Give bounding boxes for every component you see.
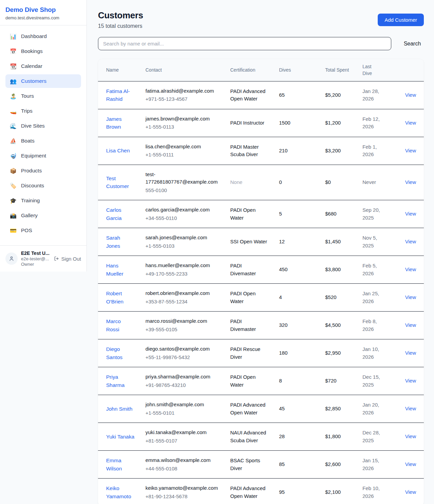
sidebar-item-trips[interactable]: 🚤 Trips [5,104,81,118]
customer-email: test-1772681807767@example.com [145,171,219,186]
customer-email: hans.mueller@example.com [145,262,219,269]
boats-icon: ⛵ [9,138,17,144]
customer-last-dive: Nov 5, 2025 [362,235,377,248]
view-link[interactable]: View [405,461,416,467]
table-row: Fatima Al-Rashid fatima.alrashid@example… [98,81,424,109]
table-row: John Smith john.smith@example.com +1-555… [98,395,424,423]
customer-total-spent: $2,950 [325,350,341,356]
table-body: Fatima Al-Rashid fatima.alrashid@example… [98,81,424,504]
view-link[interactable]: View [405,406,416,411]
view-link[interactable]: View [405,266,416,272]
customer-name-link[interactable]: Sarah Jones [106,235,120,249]
view-link[interactable]: View [405,148,416,153]
table-row: Lisa Chen lisa.chen@example.com +1-555-0… [98,137,424,165]
sidebar-item-dive-sites[interactable]: 🌊 Dive Sites [5,119,81,133]
customer-certification: PADI Rescue Diver [230,346,260,360]
sidebar-item-tours[interactable]: 🏝️ Tours [5,89,81,103]
view-link[interactable]: View [405,322,416,328]
sidebar-item-label: Customers [21,78,46,84]
customer-name-link[interactable]: Emma Wilson [106,458,122,471]
page-subtitle: 15 total customers [98,23,143,29]
sidebar-item-boats[interactable]: ⛵ Boats [5,134,81,148]
view-link[interactable]: View [405,350,416,356]
customer-name-link[interactable]: Hans Mueller [106,263,123,277]
customer-email: carlos.garcia@example.com [145,206,219,214]
view-link[interactable]: View [405,92,416,98]
sidebar-user-section: E2E Test U... e2e-tester@... Owner Sign … [0,245,86,272]
customer-last-dive: Jan 28, 2026 [362,88,379,102]
equipment-icon: 🤿 [9,153,17,159]
customer-dives: 0 [279,179,282,185]
sidebar-item-label: Products [21,168,42,174]
add-customer-button[interactable]: Add Customer [378,14,424,26]
customer-phone: +81-90-1234-5678 [145,493,219,501]
customer-dives: 180 [279,350,288,356]
sidebar-item-bookings[interactable]: 📅 Bookings [5,44,81,58]
column-header-dives: Dives [274,59,320,81]
customer-name-link[interactable]: Keiko Yamamoto [106,485,131,499]
search-input[interactable] [98,37,391,50]
customer-name-link[interactable]: Diego Santos [106,346,122,360]
search-button[interactable]: Search [401,38,424,50]
view-link[interactable]: View [405,179,416,185]
table-row: Test Customer test-1772681807767@example… [98,165,424,200]
trips-icon: 🚤 [9,108,17,114]
table-header: NameContactCertificationDivesTotal Spent… [98,59,424,81]
sidebar-item-label: Calendar [21,63,42,69]
customer-name-link[interactable]: John Smith [106,406,133,412]
view-link[interactable]: View [405,378,416,384]
sidebar-item-training[interactable]: 🎓 Training [5,194,81,207]
sidebar-item-equipment[interactable]: 🤿 Equipment [5,149,81,163]
view-link[interactable]: View [405,211,416,217]
sidebar-item-pos[interactable]: 💳 POS [5,224,81,237]
sidebar-item-discounts[interactable]: 🏷️ Discounts [5,179,81,192]
customer-total-spent: $2,850 [325,406,341,411]
table-row: Sarah Jones sarah.jones@example.com +1-5… [98,228,424,256]
products-icon: 📦 [9,168,17,174]
customer-name-link[interactable]: Test Customer [106,175,129,189]
view-link[interactable]: View [405,433,416,439]
tours-icon: 🏝️ [9,93,17,99]
customer-total-spent: $520 [325,294,336,300]
table-row: Robert O'Brien robert.obrien@example.com… [98,284,424,312]
customer-email: keiko.yamamoto@example.com [145,484,219,492]
view-link[interactable]: View [405,239,416,244]
view-link[interactable]: View [405,489,416,495]
page-header-text: Customers 15 total customers [98,10,143,29]
shop-domain: demo.test.divestreams.com [5,15,81,20]
customer-name-link[interactable]: James Brown [106,116,122,130]
customer-phone: 555-0100 [145,187,219,194]
sidebar-item-dashboard[interactable]: 📊 Dashboard [5,30,81,43]
customer-certification: NAUI Advanced Scuba Diver [230,430,266,443]
column-header-certification: Certification [225,59,274,81]
person-icon [8,256,15,262]
customer-name-link[interactable]: Lisa Chen [106,148,130,153]
sidebar-item-gallery[interactable]: 📸 Gallery [5,209,81,222]
customer-phone: +91-98765-43210 [145,381,219,389]
customer-phone: +81-555-0107 [145,437,219,445]
calendar-icon: 📆 [9,63,17,70]
customer-name-link[interactable]: Yuki Tanaka [106,434,134,440]
sidebar-item-products[interactable]: 📦 Products [5,164,81,178]
customer-email: robert.obrien@example.com [145,290,219,297]
customer-name-link[interactable]: Fatima Al-Rashid [106,88,130,102]
view-link[interactable]: View [405,120,416,126]
customer-name-link[interactable]: Carlos Garcia [106,207,122,221]
sidebar-item-label: Bookings [21,48,43,54]
customer-name-link[interactable]: Priya Sharma [106,374,124,388]
view-link[interactable]: View [405,294,416,300]
customer-dives: 4 [279,294,282,300]
sidebar-item-calendar[interactable]: 📆 Calendar [5,59,81,73]
sidebar-item-label: Discounts [21,183,44,189]
sign-out-button[interactable]: Sign Out [54,256,81,262]
customer-dives: 85 [279,461,285,467]
customer-name-link[interactable]: Robert O'Brien [106,291,123,304]
customer-certification: PADI Open Water [230,291,256,304]
customer-total-spent: $5,200 [325,92,341,98]
sidebar-item-customers[interactable]: 👥 Customers [5,74,81,88]
customers-icon: 👥 [9,78,17,85]
customer-name-link[interactable]: Marco Rossi [106,318,121,332]
table-header-row: NameContactCertificationDivesTotal Spent… [98,59,424,81]
customer-last-dive: Jan 15, 2026 [362,458,379,471]
customer-last-dive: Dec 15, 2025 [362,374,380,388]
